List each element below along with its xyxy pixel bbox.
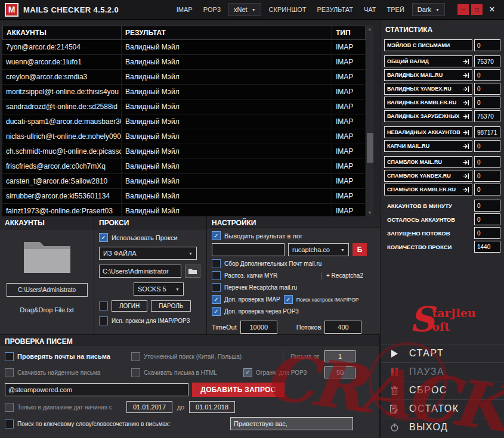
login-button[interactable]: ЛОГИН [112,300,147,312]
export-arrow-icon[interactable] [461,72,469,79]
scroll-down-icon[interactable]: ▼ [366,209,373,216]
divider [321,272,321,279]
remainder-button[interactable]: ОСТАТОК [381,399,504,418]
export-arrow-icon[interactable] [461,129,469,136]
keyword-input[interactable] [230,417,353,430]
pop3-limit-checkbox[interactable]: ✓ [243,368,252,377]
keyword-search-checkbox[interactable] [5,420,14,428]
browse-folder-button[interactable] [185,265,200,278]
password-button[interactable]: ПАРОЛЬ [151,300,191,312]
stat-value: 0 [474,97,500,108]
xnet-select[interactable]: xNet ▼ [228,3,261,16]
table-row[interactable]: sandradrozd@t-online.de:sd2588idВалидный… [2,100,366,114]
pop3-check-checkbox[interactable]: ✓ [212,307,221,316]
export-arrow-icon[interactable] [461,143,469,150]
scroll-up-icon[interactable]: ▲ [366,26,373,33]
table-row[interactable]: carsten_t@arcor.de:Sallow2810Валидный Мэ… [2,174,366,189]
reset-button[interactable]: СБРОС [381,381,504,399]
search-query-input[interactable] [5,383,188,396]
captcha-service-select[interactable]: rucaptcha.co ▼ [288,243,349,256]
theme-select[interactable]: Dark ▼ [412,3,445,16]
table-row[interactable]: 7yon@arcor.de:214504Валидный МэйлIMAP [2,40,366,55]
result-cell: Валидный Мэйл [122,129,332,144]
export-arrow-icon[interactable] [461,187,469,193]
export-arrow-icon[interactable] [461,58,469,65]
pause-button[interactable]: ПАУЗА [381,362,504,381]
column-header-accounts[interactable]: АККАУНТЫ [2,26,122,40]
close-button[interactable]: × [485,4,499,15]
use-proxy-label: Использовать Прокси [112,234,178,241]
table-row[interactable]: fainzt1973@t-online.de:Prasert03Валидный… [2,204,366,216]
pop3-limit-label: Огранч. для POP3 [256,369,307,376]
download-html-checkbox[interactable] [131,368,140,377]
pop3-limit-input[interactable] [324,366,355,378]
table-row[interactable]: friscfrieds@arcor.de:c0ch7mXqВалидный Мэ… [2,159,366,174]
accounts-path-button[interactable]: C:\Users\Administrato [7,283,88,297]
accounts-table: АККАУНТЫ РЕЗУЛЬТАТ ТИП 7yon@arcor.de:214… [2,26,373,216]
table-row[interactable]: ch.schmidt-muc@t-online.de:picasscВалидн… [2,144,366,159]
play-icon [389,349,400,358]
table-row[interactable]: creylon@arcor.de:smdia3Валидный МэйлIMAP [2,70,366,85]
column-header-type[interactable]: ТИП [332,26,366,40]
table-scrollbar[interactable]: ▲ ▼ [366,26,373,216]
timeout-input[interactable] [240,321,277,334]
start-button[interactable]: СТАРТ [381,344,504,362]
date-to-button[interactable]: 01.01.2018 [189,401,235,413]
table-row[interactable]: moritzsippel@t-online.de:thisis4youВалид… [2,85,366,100]
date-range-checkbox[interactable] [5,403,14,412]
letters-from-input[interactable] [324,350,355,362]
proxy-source-select[interactable]: ИЗ ФАЙЛА ▼ [99,247,197,260]
export-arrow-icon[interactable] [461,173,469,179]
table-row[interactable]: sirrubber@arcor.de:ki553601134Валидный М… [2,189,366,204]
menu-result[interactable]: РЕЗУЛЬТАТ [313,4,358,15]
maximize-button[interactable]: □ [471,4,483,15]
scrollbar-thumb[interactable] [367,133,373,163]
statistics-list: МЭЙЛОВ С ПИСЬМАМИ0ОБЩИЙ ВАЛИД75370ВАЛИДН… [384,39,500,253]
stat-label: СПАМБЛОК RAMBLER.RU [384,184,472,195]
export-arrow-icon[interactable] [461,159,469,166]
menu-pop3[interactable]: POP3 [199,4,225,15]
add-query-button[interactable]: ДОБАВИТЬ ЗАПРОС [192,383,285,397]
result-cell: Валидный Мэйл [122,100,332,114]
stat-row: ОБЩИЙ ВАЛИД75370 [384,55,500,67]
type-cell: IMAP [332,144,366,159]
table-row[interactable]: ducati-spam1@arcor.de:mausbaer30Валидный… [2,114,366,129]
log-output-checkbox[interactable]: ✓ [212,231,221,240]
proxy-type-select[interactable]: SOCKS 5 ▼ [134,282,184,296]
export-arrow-icon[interactable] [461,113,469,120]
balance-button[interactable]: Б [353,243,367,256]
menu-chat[interactable]: ЧАТ [359,4,381,15]
chevron-down-icon: ▼ [341,248,345,252]
accounts-panel-title: АККАУНТЫ [0,216,94,229]
menu-screenshot[interactable]: СКРИНШОТ [264,4,311,15]
mails-checker-window: M MAILS CHECKER 4.5.2.0 IMAP POP3 xNet ▼… [0,0,504,438]
captcha-key-input[interactable] [212,243,285,256]
collect-mails-label: Сбор Дополнительных Почт mail.ru [224,260,321,267]
export-arrow-icon[interactable] [461,100,469,106]
stat-value: 75370 [474,55,500,67]
use-proxy-checkbox[interactable]: ✓ [99,233,108,242]
table-row[interactable]: wuenn@arcor.de:1lufo1Валидный МэйлIMAP [2,55,366,70]
imap-settings-search-checkbox[interactable]: ✓ [284,295,293,304]
menu-tray[interactable]: ТРЕЙ [382,4,409,15]
minimize-button[interactable]: ─ [457,4,469,15]
stat-row: КОЛИЧЕСТВО ПРОКСИ1440 [384,241,500,253]
imap-check-checkbox[interactable]: ✓ [212,295,221,304]
collect-mails-checkbox[interactable] [212,259,221,268]
date-from-button[interactable]: 01.01.2017 [126,401,172,413]
export-arrow-icon[interactable] [461,86,469,92]
check-mails-checkbox[interactable] [5,352,14,361]
proxy-path-input[interactable] [99,265,181,278]
folder-icon[interactable] [21,237,73,276]
column-header-result[interactable]: РЕЗУЛЬТАТ [122,26,332,40]
menu-imap[interactable]: IMAP [172,4,197,15]
exit-button[interactable]: ВЫХОД [381,418,504,436]
proxy-for-imap-checkbox[interactable] [99,316,108,325]
proxy-auth-checkbox[interactable] [99,302,108,310]
refined-search-checkbox[interactable] [131,352,140,361]
recheck-recaptcha-checkbox[interactable] [212,283,221,292]
table-row[interactable]: niclas-ullrich@t-online.de:nohely090Вали… [2,129,366,144]
download-found-checkbox[interactable] [5,368,14,377]
captcha-myr-checkbox[interactable] [212,271,221,280]
threads-input[interactable] [324,321,361,334]
